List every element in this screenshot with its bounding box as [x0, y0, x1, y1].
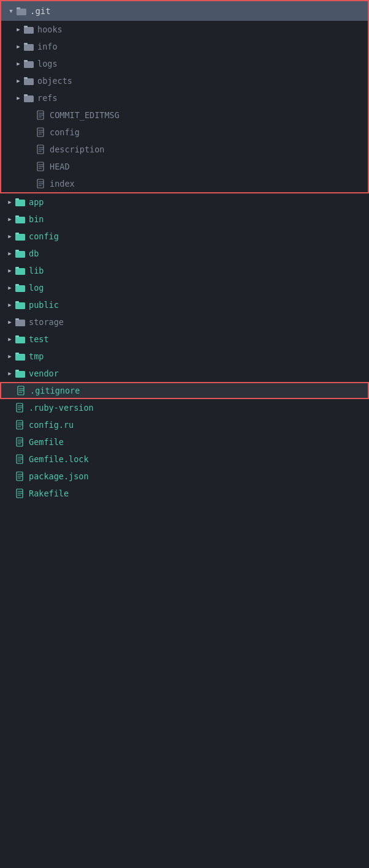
info-chevron-right-icon: [13, 42, 23, 51]
git-config-file-item[interactable]: config: [1, 124, 368, 141]
bin-folder-item[interactable]: bin: [0, 211, 369, 228]
git-config-file-icon: [36, 127, 47, 138]
description-file-icon: [36, 144, 47, 155]
log-chevron-right-icon: [5, 283, 15, 293]
git-folder-section: .git hooks info: [0, 0, 369, 193]
vendor-chevron-right-icon: [5, 369, 15, 378]
svg-rect-37: [15, 234, 25, 241]
bin-chevron-right-icon: [5, 214, 15, 224]
svg-rect-38: [15, 233, 19, 234]
file-tree: .git hooks info: [0, 0, 369, 502]
package-json-file-label: package.json: [29, 471, 89, 481]
tmp-chevron-right-icon: [5, 351, 15, 361]
rakefile-file-label: Rakefile: [29, 488, 69, 498]
head-file-label: HEAD: [50, 162, 70, 171]
db-folder-icon: [15, 248, 26, 259]
svg-rect-51: [15, 354, 25, 361]
objects-folder-label: objects: [37, 76, 72, 86]
config-ru-file-item[interactable]: config.ru: [0, 416, 369, 433]
config-folder-icon: [15, 231, 26, 242]
gitignore-file-label: .gitignore: [30, 386, 80, 395]
package-json-file-item[interactable]: package.json: [0, 468, 369, 485]
app-folder-item[interactable]: app: [0, 193, 369, 211]
gemfile-file-item[interactable]: Gemfile: [0, 433, 369, 451]
svg-rect-36: [15, 215, 19, 217]
svg-rect-8: [24, 60, 28, 62]
db-folder-item[interactable]: db: [0, 245, 369, 262]
rakefile-file-icon: [15, 488, 26, 499]
public-folder-label: public: [29, 300, 59, 310]
svg-rect-48: [15, 318, 19, 320]
svg-rect-6: [24, 43, 28, 45]
commit-editmsg-file-label: COMMIT_EDITMSG: [50, 110, 120, 120]
git-folder-label: .git: [30, 6, 51, 16]
svg-rect-49: [15, 337, 25, 343]
objects-folder-icon: [23, 75, 34, 86]
logs-folder-item[interactable]: logs: [1, 55, 368, 72]
gemfile-lock-file-item[interactable]: Gemfile.lock: [0, 451, 369, 468]
svg-rect-34: [15, 198, 19, 200]
gitignore-file-icon: [16, 385, 27, 396]
bin-folder-icon: [15, 214, 26, 225]
vendor-folder-icon: [15, 368, 26, 379]
bin-folder-label: bin: [29, 214, 44, 224]
head-file-item[interactable]: HEAD: [1, 158, 368, 175]
test-folder-icon: [15, 334, 26, 345]
config-ru-file-label: config.ru: [29, 420, 74, 430]
description-file-item[interactable]: description: [1, 141, 368, 158]
config-chevron-right-icon: [5, 231, 15, 241]
index-file-item[interactable]: index: [1, 175, 368, 192]
info-folder-item[interactable]: info: [1, 38, 368, 55]
svg-rect-33: [15, 200, 25, 206]
svg-rect-35: [15, 217, 25, 223]
svg-rect-45: [15, 302, 25, 309]
rakefile-file-item[interactable]: Rakefile: [0, 485, 369, 502]
package-json-file-icon: [15, 471, 26, 482]
logs-folder-icon: [23, 58, 34, 69]
svg-rect-41: [15, 268, 25, 275]
svg-rect-11: [24, 95, 34, 102]
gemfile-lock-file-label: Gemfile.lock: [29, 454, 89, 464]
objects-folder-item[interactable]: objects: [1, 72, 368, 89]
app-folder-label: app: [29, 197, 44, 207]
gemfile-file-icon: [15, 436, 26, 447]
refs-folder-label: refs: [37, 93, 58, 103]
refs-folder-icon: [23, 92, 34, 103]
svg-rect-3: [24, 27, 34, 34]
svg-rect-5: [24, 44, 34, 51]
git-folder-header[interactable]: .git: [1, 1, 368, 21]
svg-rect-2: [17, 7, 20, 9]
app-chevron-right-icon: [5, 197, 15, 207]
lib-folder-item[interactable]: lib: [0, 262, 369, 279]
config-ru-file-icon: [15, 419, 26, 430]
tmp-folder-item[interactable]: tmp: [0, 348, 369, 365]
vendor-folder-item[interactable]: vendor: [0, 365, 369, 382]
svg-rect-42: [15, 267, 19, 269]
log-folder-item[interactable]: log: [0, 279, 369, 296]
svg-rect-9: [24, 78, 34, 85]
public-folder-item[interactable]: public: [0, 296, 369, 313]
svg-rect-47: [15, 320, 25, 326]
storage-folder-item[interactable]: storage: [0, 313, 369, 331]
ruby-version-file-item[interactable]: .ruby-version: [0, 399, 369, 416]
info-folder-icon: [23, 41, 34, 52]
refs-folder-item[interactable]: refs: [1, 89, 368, 107]
log-folder-icon: [15, 282, 26, 293]
app-folder-icon: [15, 196, 26, 208]
svg-rect-46: [15, 301, 19, 303]
storage-folder-label: storage: [29, 317, 64, 327]
db-chevron-right-icon: [5, 249, 15, 258]
svg-rect-4: [24, 26, 28, 28]
hooks-folder-icon: [23, 24, 34, 35]
config-folder-item[interactable]: config: [0, 228, 369, 245]
commit-editmsg-file-item[interactable]: COMMIT_EDITMSG: [1, 107, 368, 124]
db-folder-label: db: [29, 249, 39, 258]
head-file-icon: [36, 161, 47, 172]
test-folder-item[interactable]: test: [0, 331, 369, 348]
gitignore-file-item[interactable]: .gitignore: [0, 382, 369, 399]
index-file-label: index: [50, 179, 75, 189]
hooks-folder-item[interactable]: hooks: [1, 21, 368, 38]
svg-rect-43: [15, 285, 25, 292]
storage-folder-icon: [15, 316, 26, 327]
svg-rect-10: [24, 77, 28, 79]
